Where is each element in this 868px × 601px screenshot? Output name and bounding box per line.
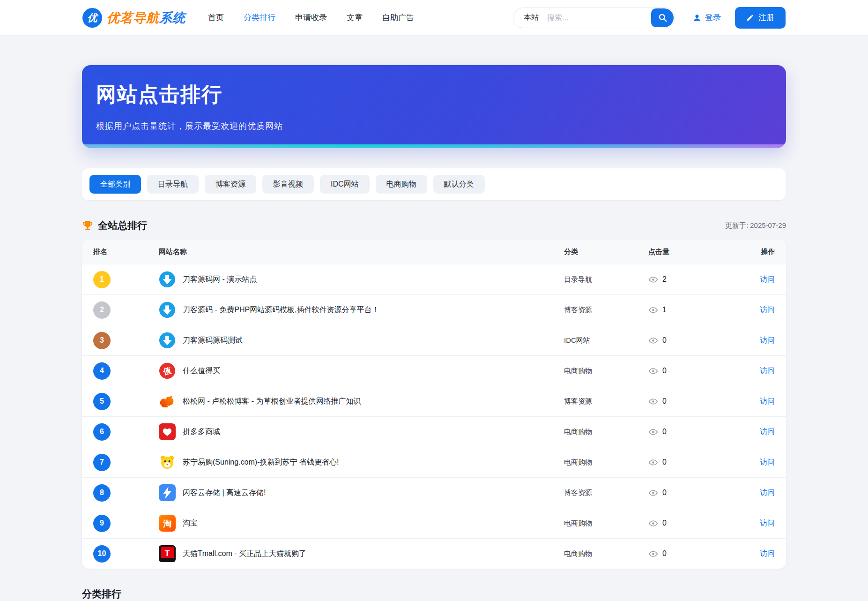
table-row: 1 刀客源码网 - 演示站点 目录导航 2 访问 [82, 264, 786, 294]
brand-name-primary: 优茗导航 [107, 11, 159, 25]
filter-pill-IDC网站[interactable]: IDC网站 [320, 175, 370, 194]
eye-icon [648, 366, 658, 376]
filter-pill-影音视频[interactable]: 影音视频 [262, 175, 314, 194]
svg-text:淘: 淘 [163, 519, 171, 528]
trophy-icon [82, 220, 93, 231]
visit-link[interactable]: 访问 [760, 488, 775, 496]
zhi-icon: 值 [159, 362, 176, 379]
updated-date: 更新于: 2025-07-29 [725, 221, 786, 230]
table-row: 8 闪客云存储 | 高速云存储! 博客资源 0 访问 [82, 477, 786, 508]
pdd-heart-icon [159, 423, 176, 440]
tmall-icon: T [159, 545, 176, 562]
filter-pill-全部类别[interactable]: 全部类别 [89, 175, 141, 194]
pencil-icon [746, 14, 754, 22]
register-button[interactable]: 注册 [735, 7, 786, 29]
table-row: 6 拼多多商城 电商购物 0 访问 [82, 416, 786, 447]
click-count: 0 [662, 519, 667, 527]
click-count: 0 [662, 336, 667, 345]
nav-item-申请收录[interactable]: 申请收录 [295, 12, 327, 23]
eye-icon [648, 336, 658, 346]
visit-link[interactable]: 访问 [760, 336, 775, 344]
site-category: 博客资源 [564, 397, 648, 406]
col-clicks: 点击量 [648, 248, 737, 256]
download-icon [159, 271, 176, 288]
rank-badge: 8 [93, 484, 111, 502]
visit-link[interactable]: 访问 [760, 458, 775, 466]
site-name: 淘宝 [183, 518, 198, 528]
table-row: 4 值 什么值得买 电商购物 0 访问 [82, 355, 786, 386]
site-name: 天猫Tmall.com - 买正品上天猫就购了 [183, 549, 306, 559]
hero-banner: 网站点击排行 根据用户点击量统计，展示最受欢迎的优质网站 [82, 65, 786, 148]
site-category: 博客资源 [564, 488, 648, 497]
page-title: 网站点击排行 [82, 65, 786, 108]
eye-icon [648, 305, 658, 315]
site-name: 松松网 - 卢松松博客 - 为草根创业者提供网络推广知识 [183, 397, 361, 406]
site-favicon: 值 [159, 362, 176, 379]
site-name: 刀客源码源码测试 [183, 336, 243, 346]
category-filter-bar: 全部类别 目录导航 博客资源 影音视频 IDC网站 电商购物 默认分类 [82, 168, 786, 200]
site-category: 电商购物 [564, 428, 648, 436]
site-favicon [159, 454, 176, 471]
brand-logo-icon: 优 [82, 8, 102, 28]
eye-icon [648, 518, 658, 528]
taobao-icon: 淘 [159, 515, 176, 532]
eye-icon [648, 275, 658, 285]
main-nav: 首页 分类排行 申请收录 文章 自助广告 [208, 12, 414, 23]
site-category: IDC网站 [564, 336, 648, 345]
site-name: 拼多多商城 [183, 427, 220, 437]
ranking-table: 排名 网站名称 分类 点击量 操作 1 刀客源码网 - 演示站点 目录导航 2 … [82, 240, 786, 569]
visit-link[interactable]: 访问 [760, 397, 775, 405]
squirrel-icon [159, 393, 176, 410]
search-scope-select[interactable]: 本站 [513, 13, 546, 23]
nav-item-文章[interactable]: 文章 [347, 12, 363, 23]
rank-badge: 2 [93, 301, 111, 319]
visit-link[interactable]: 访问 [760, 306, 775, 314]
brand-name-secondary: 系统 [159, 11, 185, 25]
eye-icon [648, 427, 658, 437]
site-name: 闪客云存储 | 高速云存储! [183, 488, 266, 498]
eye-icon [648, 549, 658, 559]
click-count: 0 [662, 549, 667, 558]
download-icon [159, 332, 176, 349]
rank-badge: 1 [93, 271, 111, 288]
table-row: 7 苏宁易购(Suning.com)-换新到苏宁 省钱更省心! 电商购物 0 访… [82, 447, 786, 477]
nav-item-分类排行[interactable]: 分类排行 [244, 12, 275, 23]
col-rank: 排名 [93, 248, 159, 256]
click-count: 0 [662, 367, 667, 375]
table-row: 9 淘 淘宝 电商购物 0 访问 [82, 508, 786, 538]
site-favicon [159, 484, 176, 501]
eye-icon [648, 488, 658, 498]
site-name: 刀客源码网 - 演示站点 [183, 275, 257, 285]
filter-pill-博客资源[interactable]: 博客资源 [205, 175, 256, 194]
visit-link[interactable]: 访问 [760, 367, 775, 375]
search-button[interactable] [651, 8, 674, 27]
login-label: 登录 [705, 12, 721, 23]
site-category: 目录导航 [564, 275, 648, 284]
login-link[interactable]: 登录 [693, 12, 721, 23]
col-name: 网站名称 [159, 248, 564, 256]
visit-link[interactable]: 访问 [760, 549, 775, 557]
filter-pill-默认分类[interactable]: 默认分类 [433, 175, 485, 194]
visit-link[interactable]: 访问 [760, 428, 775, 436]
nav-item-自助广告[interactable]: 自助广告 [382, 12, 414, 23]
col-category: 分类 [564, 248, 648, 256]
click-count: 0 [662, 458, 667, 466]
section-title: 全站总排行 [98, 219, 147, 232]
site-name: 苏宁易购(Suning.com)-换新到苏宁 省钱更省心! [183, 458, 339, 467]
rank-badge: 4 [93, 362, 111, 380]
click-count: 0 [662, 428, 667, 436]
eye-icon [648, 458, 658, 467]
table-row: 10 T 天猫Tmall.com - 买正品上天猫就购了 电商购物 0 访问 [82, 538, 786, 569]
site-favicon [159, 423, 176, 440]
brand-logo[interactable]: 优 优茗导航系统 [82, 8, 185, 28]
site-name: 什么值得买 [183, 366, 220, 376]
filter-pill-电商购物[interactable]: 电商购物 [376, 175, 427, 194]
site-search: 本站 [513, 8, 675, 28]
nav-item-首页[interactable]: 首页 [208, 12, 224, 23]
site-favicon [159, 301, 176, 318]
suning-lion-icon [159, 454, 176, 471]
filter-pill-目录导航[interactable]: 目录导航 [147, 175, 199, 194]
visit-link[interactable]: 访问 [760, 519, 775, 527]
visit-link[interactable]: 访问 [760, 275, 775, 283]
site-favicon [159, 332, 176, 349]
